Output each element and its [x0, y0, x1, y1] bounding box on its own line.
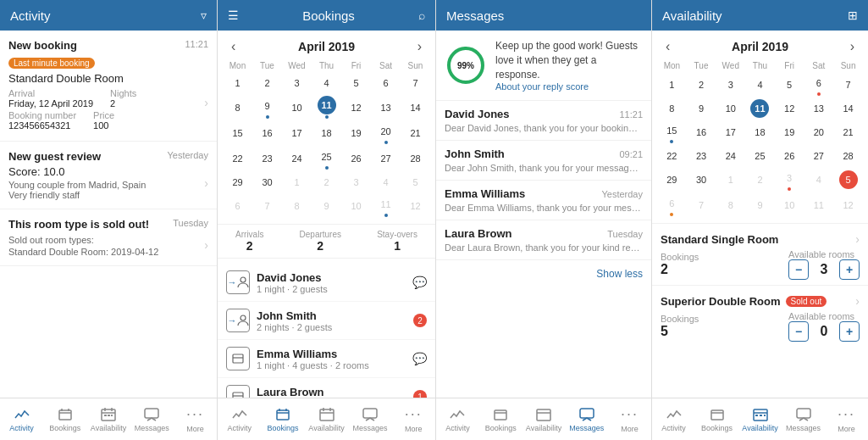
avail-cal-day[interactable]: 30: [687, 167, 716, 192]
avail-cal-day[interactable]: 19: [775, 120, 804, 145]
avail-cal-day[interactable]: 26: [775, 145, 804, 167]
cal-day[interactable]: 19: [341, 120, 371, 146]
avail-cal-day[interactable]: 25: [745, 145, 775, 167]
avail-cal-day[interactable]: 1: [657, 72, 687, 97]
message-john[interactable]: John Smith 09:21 Dear John Smith, thank …: [436, 141, 651, 181]
avail-cal-day[interactable]: 2: [745, 167, 775, 192]
cal-day[interactable]: 4: [312, 72, 341, 94]
cal-day[interactable]: 30: [252, 171, 282, 193]
cal-day[interactable]: 21: [401, 120, 430, 146]
message-emma[interactable]: Emma Williams Yesterday Dear Emma Willia…: [436, 181, 651, 220]
avail-cal-day[interactable]: 16: [687, 120, 716, 145]
cal-day[interactable]: 1: [282, 171, 312, 193]
avail-cal-day[interactable]: 27: [804, 145, 834, 167]
avail-cal-day[interactable]: 6: [804, 72, 834, 97]
reply-score-link[interactable]: About your reply score: [495, 81, 643, 92]
avail-cal-day[interactable]: 14: [833, 97, 863, 120]
avail-prev-month-button[interactable]: ‹: [661, 37, 675, 56]
cal-day[interactable]: 9: [252, 94, 282, 120]
avail-cal-day[interactable]: 3: [775, 167, 804, 192]
avail-cal-day[interactable]: 21: [833, 120, 863, 145]
avail-cal-day[interactable]: 5: [775, 72, 804, 97]
cal-day[interactable]: 7: [252, 193, 282, 219]
cal-day[interactable]: 5: [341, 72, 371, 94]
avail-cal-day[interactable]: 7: [687, 192, 716, 218]
anav-availability[interactable]: Availability: [738, 407, 782, 432]
cal-day[interactable]: 6: [223, 193, 252, 219]
cal-day[interactable]: 11: [371, 193, 401, 219]
nav-activity[interactable]: Activity: [0, 407, 43, 432]
avail-cal-day[interactable]: 3: [716, 72, 745, 97]
avail-cal-day[interactable]: 11: [804, 192, 834, 218]
avail-cal-day[interactable]: 4: [804, 167, 834, 192]
avail-cal-day[interactable]: 5: [833, 167, 863, 192]
mnav-messages[interactable]: Messages: [565, 407, 608, 432]
cal-day[interactable]: 2: [252, 72, 282, 94]
cal-day[interactable]: 2: [312, 171, 341, 193]
nav-availability[interactable]: Availability: [86, 407, 130, 432]
activity-review-item[interactable]: New guest review Yesterday Score: 10.0 Y…: [0, 142, 217, 209]
cal-day[interactable]: 11: [312, 94, 341, 120]
avail-cal-day[interactable]: 17: [716, 120, 745, 145]
bnav-messages[interactable]: Messages: [348, 407, 391, 432]
cal-day[interactable]: 27: [371, 146, 401, 171]
cal-day[interactable]: 14: [401, 94, 430, 120]
avail-cal-day[interactable]: 13: [804, 97, 834, 120]
bnav-bookings[interactable]: Bookings: [261, 407, 304, 432]
activity-booking-item[interactable]: New booking 11:21 Last minute booking St…: [0, 31, 217, 142]
cal-day[interactable]: 17: [282, 120, 312, 146]
cal-day[interactable]: 3: [341, 171, 371, 193]
cal-day[interactable]: 24: [282, 146, 312, 171]
avail-double-plus-button[interactable]: +: [839, 321, 860, 342]
hamburger-icon[interactable]: ☰: [228, 8, 239, 22]
avail-single-minus-button[interactable]: −: [788, 259, 809, 280]
avail-next-month-button[interactable]: ›: [845, 37, 860, 56]
cal-day[interactable]: 9: [312, 193, 341, 219]
booking-list-david[interactable]: → David Jones 1 night · 2 guests 💬: [218, 264, 435, 302]
next-month-button[interactable]: ›: [412, 37, 427, 56]
avail-cal-day[interactable]: 1: [716, 167, 745, 192]
cal-day[interactable]: 12: [401, 193, 430, 219]
avail-double-minus-button[interactable]: −: [788, 321, 809, 342]
avail-cal-day[interactable]: 2: [687, 72, 716, 97]
cal-day[interactable]: 8: [282, 193, 312, 219]
show-less-link[interactable]: Show less: [596, 268, 643, 280]
booking-list-emma[interactable]: Emma Williams 1 night · 4 guests · 2 roo…: [218, 340, 435, 378]
avail-cal-day[interactable]: 4: [745, 72, 775, 97]
avail-cal-day[interactable]: 7: [833, 72, 863, 97]
cal-day[interactable]: 20: [371, 120, 401, 146]
avail-cal-day[interactable]: 12: [775, 97, 804, 120]
avail-cal-day[interactable]: 8: [657, 97, 687, 120]
mnav-bookings[interactable]: Bookings: [479, 407, 522, 432]
cal-day[interactable]: 7: [401, 72, 430, 94]
anav-more[interactable]: ··· More: [825, 405, 868, 433]
message-laura[interactable]: Laura Brown Tuesday Dear Laura Brown, th…: [436, 220, 651, 260]
avail-cal-day[interactable]: 10: [775, 192, 804, 218]
avail-cal-day[interactable]: 6: [657, 192, 687, 218]
avail-cal-day[interactable]: 8: [716, 192, 745, 218]
cal-day[interactable]: 25: [312, 146, 341, 171]
cal-day[interactable]: 23: [252, 146, 282, 171]
cal-day[interactable]: 18: [312, 120, 341, 146]
booking-list-laura[interactable]: Laura Brown 1 night · 2 guests 1: [218, 378, 435, 398]
avail-cal-day[interactable]: 10: [716, 97, 745, 120]
mnav-availability[interactable]: Availability: [522, 407, 566, 432]
cal-day[interactable]: 6: [371, 72, 401, 94]
bnav-more[interactable]: ··· More: [392, 405, 435, 433]
anav-activity[interactable]: Activity: [652, 407, 695, 432]
booking-list-john[interactable]: → John Smith 2 nights · 2 guests 2: [218, 302, 435, 340]
bnav-availability[interactable]: Availability: [305, 407, 348, 432]
avail-cal-day[interactable]: 12: [833, 192, 863, 218]
settings-icon[interactable]: ⊞: [848, 8, 858, 22]
avail-cal-day[interactable]: 20: [804, 120, 834, 145]
cal-day[interactable]: 3: [282, 72, 312, 94]
prev-month-button[interactable]: ‹: [226, 37, 240, 56]
filter-icon[interactable]: ▿: [201, 8, 207, 22]
anav-bookings[interactable]: Bookings: [695, 407, 738, 432]
avail-cal-day[interactable]: 18: [745, 120, 775, 145]
message-david[interactable]: David Jones 11:21 Dear David Jones, than…: [436, 101, 651, 141]
avail-cal-day[interactable]: 9: [745, 192, 775, 218]
cal-day[interactable]: 1: [223, 72, 252, 94]
avail-cal-day[interactable]: 9: [687, 97, 716, 120]
activity-soldout-item[interactable]: This room type is sold out! Tuesday Sold…: [0, 209, 217, 266]
